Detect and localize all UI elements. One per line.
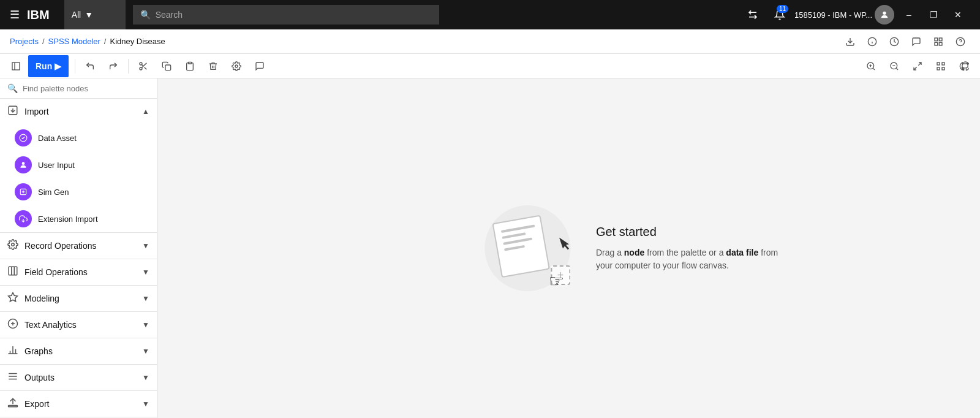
history-icon[interactable] (884, 32, 904, 51)
all-dropdown[interactable]: All ▼ (64, 0, 126, 29)
svg-point-19 (235, 65, 238, 67)
svg-marker-45 (9, 293, 18, 302)
palette-section-header-graphs[interactable]: Graphs ▼ (0, 338, 157, 364)
maximize-button[interactable]: ❐ (921, 0, 946, 29)
modeling-label: Modeling (24, 294, 136, 303)
data-file-emphasis: data file (726, 248, 758, 257)
palette-section-header-import[interactable]: Import ▲ (0, 99, 157, 124)
svg-rect-8 (939, 42, 942, 45)
svg-line-15 (145, 67, 147, 69)
fit-view-button[interactable] (907, 55, 929, 77)
extension-import-label: Extension Import (38, 215, 98, 224)
import-label: Import (24, 107, 136, 116)
transfer-icon[interactable] (741, 0, 765, 29)
toggle-panel-button[interactable] (5, 55, 27, 77)
palette-section-header-outputs[interactable]: Outputs ▼ (0, 365, 157, 390)
grid-icon[interactable] (929, 32, 948, 51)
info-icon[interactable] (862, 32, 882, 51)
export-chevron-icon: ▼ (142, 400, 149, 408)
user-avatar[interactable] (875, 5, 894, 25)
gs-doc-lines (493, 216, 545, 259)
paste-button[interactable] (179, 55, 201, 77)
palette-section-header-field-ops[interactable]: Field Operations ▼ (0, 259, 157, 285)
close-button[interactable]: ✕ (946, 0, 970, 29)
svg-rect-57 (9, 406, 18, 407)
redo-button[interactable] (102, 55, 124, 77)
toolbar-separator-1 (75, 59, 75, 74)
arrange-button[interactable] (930, 55, 952, 77)
notification-count: 11 (777, 5, 788, 13)
import-section-icon (7, 105, 18, 118)
comment-button[interactable] (249, 55, 271, 77)
sim-gen-label: Sim Gen (38, 188, 69, 197)
breadcrumb-projects[interactable]: Projects (10, 37, 39, 46)
svg-point-12 (140, 63, 142, 65)
svg-point-0 (883, 12, 886, 15)
palette-search-icon: 🔍 (7, 83, 18, 93)
data-asset-icon (15, 129, 32, 146)
svg-point-36 (22, 162, 25, 165)
modeling-chevron-icon: ▼ (142, 294, 149, 303)
global-search-bar[interactable]: 🔍 (133, 5, 439, 25)
chat-icon[interactable] (907, 32, 926, 51)
search-input[interactable] (156, 10, 432, 20)
cut-button[interactable] (132, 55, 154, 77)
notification-icon[interactable]: 11 (767, 0, 792, 29)
palette-item-extension-import[interactable]: Extension Import (0, 205, 157, 232)
graphs-chevron-icon: ▼ (142, 347, 149, 355)
toolbar-right-actions (860, 55, 975, 77)
dropdown-chevron-icon: ▼ (85, 10, 93, 20)
palette-section-outputs: Outputs ▼ (0, 365, 157, 391)
settings-button[interactable] (225, 55, 247, 77)
gs-hand-icon: ☞ (549, 271, 564, 291)
graphs-label: Graphs (24, 346, 136, 356)
palette-section-header-text-analytics[interactable]: Text Analytics ▼ (0, 312, 157, 338)
import-chevron-icon: ▲ (142, 107, 149, 116)
gs-line-4 (503, 245, 524, 251)
zoom-out-button[interactable] (883, 55, 905, 77)
palette-search-input[interactable] (23, 84, 149, 93)
get-started-title: Get started (596, 225, 780, 239)
field-ops-chevron-icon: ▼ (142, 268, 149, 276)
palette-section-import: Import ▲ Data Asset User Input (0, 99, 157, 233)
menu-icon[interactable]: ☰ (10, 8, 20, 21)
svg-rect-10 (12, 63, 20, 70)
palette-button[interactable] (953, 55, 975, 77)
svg-point-41 (12, 243, 15, 246)
palette-section-header-modeling[interactable]: Modeling ▼ (0, 286, 157, 311)
svg-line-28 (914, 67, 917, 70)
extension-import-icon (15, 210, 32, 227)
palette-item-user-input[interactable]: User Input (0, 151, 157, 178)
text-analytics-chevron-icon: ▼ (142, 321, 149, 329)
flow-canvas[interactable]: + ☞ Get started Drag a node from the pal… (157, 78, 980, 418)
record-ops-icon (7, 239, 18, 253)
palette-item-data-asset[interactable]: Data Asset (0, 124, 157, 151)
palette-section-modeling: Modeling ▼ (0, 286, 157, 312)
zoom-in-button[interactable] (860, 55, 882, 77)
breadcrumb-sep-2: / (104, 37, 107, 46)
user-name[interactable]: 1585109 - IBM - WP... (794, 10, 872, 20)
breadcrumb-spss[interactable]: SPSS Modeler (48, 37, 100, 46)
field-ops-icon (7, 265, 18, 279)
svg-rect-5 (935, 38, 938, 41)
breadcrumb-actions (840, 32, 970, 51)
data-asset-label: Data Asset (38, 134, 77, 143)
minimize-button[interactable]: – (897, 0, 921, 29)
delete-button[interactable] (202, 55, 224, 77)
help-icon[interactable] (951, 32, 970, 51)
palette-section-header-record-ops[interactable]: Record Operations ▼ (0, 233, 157, 259)
svg-line-27 (918, 63, 921, 66)
modeling-icon (7, 292, 18, 305)
palette-item-sim-gen[interactable]: Sim Gen (0, 178, 157, 205)
undo-button[interactable] (79, 55, 101, 77)
download-icon[interactable] (840, 32, 860, 51)
copy-button[interactable] (156, 55, 178, 77)
run-button[interactable]: Run ▶ (28, 55, 69, 77)
sim-gen-icon (15, 183, 32, 200)
svg-line-21 (873, 68, 875, 70)
svg-rect-30 (942, 63, 944, 65)
palette-section-header-export[interactable]: Export ▼ (0, 391, 157, 417)
node-emphasis: node (624, 248, 644, 257)
svg-rect-6 (939, 38, 942, 41)
svg-rect-18 (189, 62, 192, 64)
